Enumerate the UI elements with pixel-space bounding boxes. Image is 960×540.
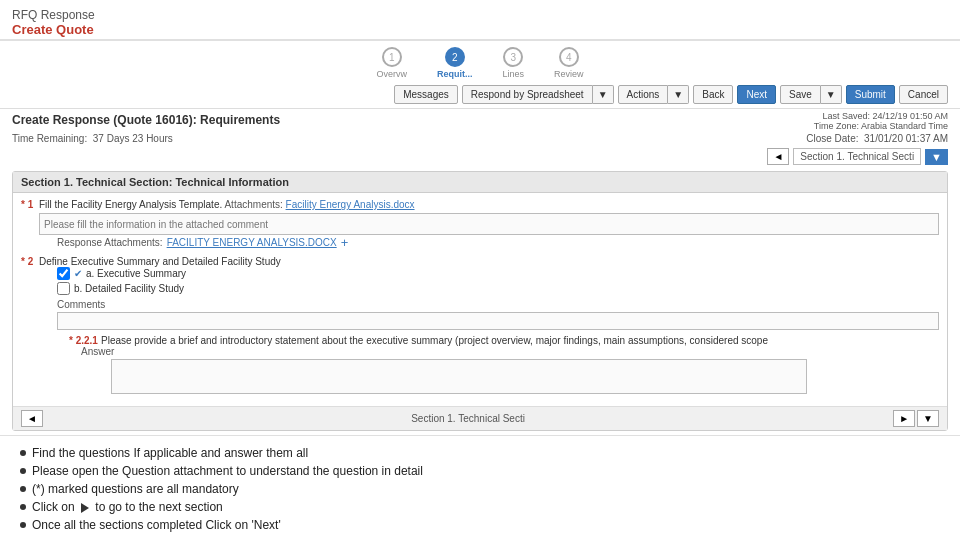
checkbox-exec-input[interactable] [57,267,70,280]
sub-q-2-2-1: * 2.2.1 Please provide a brief and intro… [69,334,939,394]
answer-box [111,359,807,394]
bottom-section-nav: ◄ Section 1. Technical Secti ► ▼ [13,406,947,430]
instruction-3: (*) marked questions are all mandatory [20,482,944,496]
instruction-5: Once all the sections completed Click on… [20,518,944,532]
q2-num: * 2 [21,256,35,267]
bottom-section-label: Section 1. Technical Secti [411,413,525,424]
bottom-dropdown-button[interactable]: ▼ [917,410,939,427]
q1-attachment-link[interactable]: Facility Energy Analysis.docx [286,199,415,210]
step-2-circle: 2 [445,47,465,67]
step-1-circle: 1 [382,47,402,67]
sub-q-num: * 2.2.1 [69,335,98,346]
q1-text: Fill the Facility Energy Analysis Templa… [39,199,939,210]
comments-label: Comments [57,299,939,310]
instruction-3-text: (*) marked questions are all mandatory [32,482,239,496]
bullet-1 [20,450,26,456]
q1-comment-input[interactable] [39,213,939,235]
step-1: 1 Overvw [376,47,407,79]
q1-attachments-label: Attachments: [224,199,285,210]
section-box: Section 1. Technical Section: Technical … [12,171,948,431]
q2-text: Define Executive Summary and Detailed Fa… [39,256,939,267]
page-header: RFQ Response Create Quote [0,0,960,41]
close-date-label: Close Date [806,133,855,144]
comments-area: Comments [57,299,939,330]
exec-summary-text: a. Executive Summary [86,268,186,279]
bottom-nav-right: ► ▼ [893,410,939,427]
bullet-2 [20,468,26,474]
instruction-4-text: Click on to go to the next section [32,500,223,514]
back-button[interactable]: Back [693,85,733,104]
response-attachments-row: Response Attachments: FACILITY ENERGY AN… [57,235,939,250]
checkbox-exec-summary: ✔ a. Executive Summary [57,267,939,280]
section-content: * 1 Fill the Facility Energy Analysis Te… [13,193,947,406]
actions-dropdown-arrow[interactable]: ▼ [668,85,689,104]
response-attach-link[interactable]: FACILITY ENERGY ANALYSIS.DOCX [167,237,337,248]
time-zone-text: Time Zone: Arabia Standard Time [814,121,948,131]
step-1-label: Overvw [376,69,407,79]
q1-num: * 1 [21,199,35,210]
last-saved-label: Last Saved: [822,111,870,121]
step-4-circle: 4 [559,47,579,67]
close-date-value: 31/01/20 01:37 AM [864,133,948,144]
checkbox-facility-study: b. Detailed Facility Study [57,282,939,295]
actions-button-group: Actions ▼ [618,85,690,104]
section-header: Section 1. Technical Section: Technical … [13,172,947,193]
page-subtitle: Create Quote [12,22,948,37]
save-button-group: Save ▼ [780,85,842,104]
bullet-4 [20,504,26,510]
step-2-label: Requit... [437,69,473,79]
response-attach-label: Response Attachments: [57,237,163,248]
q2-content: Define Executive Summary and Detailed Fa… [39,256,939,394]
instruction-5-text: Once all the sections completed Click on… [32,518,281,532]
time-remaining-value: 37 Days 23 Hours [93,133,173,144]
question-2-row: * 2 Define Executive Summary and Detaile… [21,256,939,394]
cancel-button[interactable]: Cancel [899,85,948,104]
play-icon-inline [81,503,89,513]
facility-study-text: b. Detailed Facility Study [74,283,184,294]
save-dropdown-arrow[interactable]: ▼ [821,85,842,104]
next-button[interactable]: Next [737,85,776,104]
step-3: 3 Lines [502,47,524,79]
instruction-1: Find the questions If applicable and ans… [20,446,944,460]
save-button[interactable]: Save [780,85,821,104]
stepper: 1 Overvw 2 Requit... 3 Lines 4 Review [0,41,960,81]
messages-button[interactable]: Messages [394,85,458,104]
last-saved-text: Last Saved: 24/12/19 01:50 AM [814,111,948,121]
answer-label: Answer [81,346,939,357]
section-prev-button[interactable]: ◄ [767,148,789,165]
toolbar: Messages Respond by Spreadsheet ▼ Action… [0,81,960,109]
actions-button[interactable]: Actions [618,85,669,104]
comments-box [57,312,939,330]
instruction-2: Please open the Question attachment to u… [20,464,944,478]
step-2: 2 Requit... [437,47,473,79]
instruction-4: Click on to go to the next section [20,500,944,514]
bullet-5 [20,522,26,528]
respond-dropdown-arrow[interactable]: ▼ [593,85,614,104]
time-remaining-label: Time Remaining [12,133,84,144]
section-nav-label: Section 1. Technical Secti [793,148,921,165]
bottom-next-button[interactable]: ► [893,410,915,427]
step-3-label: Lines [502,69,524,79]
section-area: Section 1. Technical Section: Technical … [0,171,960,435]
respond-spreadsheet-button[interactable]: Respond by Spreadsheet [462,85,593,104]
time-remaining: Time Remaining: 37 Days 23 Hours [12,133,173,144]
question-1-row: * 1 Fill the Facility Energy Analysis Te… [21,199,939,250]
step-4-label: Review [554,69,584,79]
sub-q-text: Please provide a brief and introductory … [101,335,768,346]
checkbox-facility-input[interactable] [57,282,70,295]
bottom-prev-button[interactable]: ◄ [21,410,43,427]
close-date: Close Date: 31/01/20 01:37 AM [806,133,948,144]
step-3-circle: 3 [503,47,523,67]
respond-button-group: Respond by Spreadsheet ▼ [462,85,614,104]
last-saved-block: Last Saved: 24/12/19 01:50 AM Time Zone:… [814,111,948,131]
checkbox-exec-label: ✔ [74,268,82,279]
section-dropdown-button[interactable]: ▼ [925,149,948,165]
last-saved-value: 24/12/19 01:50 AM [872,111,948,121]
response-title: Create Response (Quote 16016): Requireme… [12,111,280,127]
instructions-section: Find the questions If applicable and ans… [0,435,960,540]
bullet-3 [20,486,26,492]
add-attachment-icon[interactable]: + [341,235,349,250]
submit-button[interactable]: Submit [846,85,895,104]
instruction-1-text: Find the questions If applicable and ans… [32,446,308,460]
app-title: RFQ Response [12,8,948,22]
